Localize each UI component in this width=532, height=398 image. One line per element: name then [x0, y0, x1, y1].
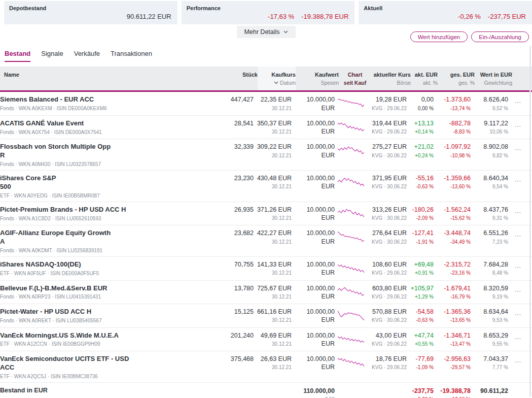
instrument-details: ETF · WKN A0F5UF · ISIN DE000A0F5UF5 [0, 271, 225, 276]
instrument-name[interactable]: iShares NASDAQ-100(DE) [0, 260, 178, 269]
row-menu-button[interactable]: ⋯ [508, 284, 528, 295]
kurs-quelle-datum: KVG · 30.06.22 [367, 153, 407, 158]
wert-in-eur-value: 8.320,59 [471, 284, 508, 292]
kaufkurs-value: 26,63 EUR [254, 355, 292, 363]
row-menu-button[interactable]: ⋯ [508, 331, 528, 342]
instrument-name[interactable]: Pictet-Water - HP USD ACC H [0, 308, 178, 316]
table-row[interactable]: iShares Core S&P 500 ETF · WKN A0YEDG · … [0, 171, 532, 202]
akt-pct-value: 0,00 % [407, 106, 434, 111]
aktueller-kurs-value: 276,64 EUR [367, 229, 407, 237]
stueck-value: 201,240 [225, 331, 254, 340]
deposit-withdraw-button[interactable]: Ein-/Auszahlung [471, 31, 529, 42]
kaufkurs-value: 141,33 EUR [254, 260, 292, 269]
sparkline-chart [335, 331, 367, 346]
instrument-name[interactable]: VanEck Morningst.US S.Wide M.U.E.A [0, 331, 178, 340]
ges-pct-value: -15,62 % [434, 215, 471, 221]
akt-pct-value: -1,91 % [407, 239, 434, 245]
table-row[interactable]: Pictet-Premium Brands - HP USD ACC H Fon… [0, 202, 532, 226]
kauf-datum: 30.12.21 [254, 106, 292, 111]
kauf-datum: 30.12.21 [254, 364, 292, 370]
aktueller-kurs-value: 18,76 EUR [367, 355, 407, 363]
sparkline-chart [335, 355, 367, 369]
column-header-kaufwert[interactable]: KaufwertSpesen [296, 67, 339, 90]
akt-eur-value: +47,74 [407, 331, 434, 340]
instrument-name[interactable]: Pictet-Premium Brands - HP USD ACC H [0, 206, 178, 214]
tab-bestand[interactable]: Bestand [5, 50, 30, 62]
performance-pct: -17,63 % [268, 13, 294, 20]
column-header-name[interactable]: Name [4, 67, 229, 90]
column-header-akt-eur[interactable]: akt. EURakt. % [411, 67, 438, 90]
table-row[interactable]: Pictet-Water - HP USD ACC H Fonds · WKN … [0, 304, 532, 328]
instrument-name-line2[interactable]: 500 [0, 183, 178, 191]
gewichtung-value: 9,82 % [471, 153, 508, 158]
akt-eur-value: -55,16 [407, 174, 434, 182]
row-menu-button[interactable]: ⋯ [508, 119, 528, 130]
instrument-name[interactable]: ACATIS GANÉ Value Event [0, 119, 178, 128]
column-header-ges-eur[interactable]: ges. EURges. % [438, 67, 475, 90]
aktuell-value: -237,75 EUR [488, 13, 526, 20]
akt-pct-value: -0,63 % [407, 184, 434, 189]
row-menu-button[interactable]: ⋯ [508, 174, 528, 185]
kurs-quelle-datum: KVG · 29.06.22 [367, 294, 407, 300]
gewichtung-value: 9,53 % [471, 317, 508, 323]
row-menu-button[interactable]: ⋯ [508, 308, 528, 318]
table-row[interactable]: Flossbach von Storch Multiple Opp R Fond… [0, 139, 532, 171]
tab-verkaeufe[interactable]: Verkäufe [74, 50, 100, 62]
wert-in-eur-value: 8.653,29 [471, 331, 508, 340]
instrument-name[interactable]: iShares Core S&P [0, 174, 178, 183]
instrument-name[interactable]: AGIF-Allianz Europe Equity Growth [0, 229, 178, 238]
instrument-name[interactable]: VanEck Semiconductor UCITS ETF - USD [0, 355, 178, 363]
column-header-kaufkurs[interactable]: Kaufkurs Datum [258, 67, 296, 90]
akt-pct-value: +0,55 % [407, 341, 434, 347]
depotbestand-card: Depotbestand 90.611,22 EUR [4, 1, 178, 24]
akt-eur-value: +13,13 [407, 119, 434, 127]
ges-pct-value: -8,83 % [434, 129, 471, 135]
table-row[interactable]: Siemens Balanced - EUR ACC Fonds · WKN A… [0, 92, 532, 116]
kaufwert-value: 10.000,00 EUR [292, 143, 335, 159]
kaufwert-value: 10.000,00 EUR [292, 174, 335, 191]
more-details-button[interactable]: Mehr Details [236, 26, 295, 38]
column-header-wert-in-eur[interactable]: Wert in EURGewichtung [475, 67, 512, 90]
instrument-name[interactable]: Bellevue F.(L)-B.Med.&Serv.B EUR [0, 284, 178, 293]
table-row[interactable]: iShares NASDAQ-100(DE) ETF · WKN A0F5UF … [0, 257, 532, 281]
row-menu-button[interactable]: ⋯ [508, 229, 528, 240]
instrument-name-line2[interactable]: R [0, 151, 178, 160]
table-row[interactable]: AGIF-Allianz Europe Equity Growth A Fond… [0, 225, 532, 257]
table-row[interactable]: VanEck Semiconductor UCITS ETF - USD ACC… [0, 351, 532, 383]
table-row[interactable]: VanEck Morningst.US S.Wide M.U.E.A ETF ·… [0, 328, 532, 352]
tab-signale[interactable]: Signale [41, 50, 63, 62]
gewichtung-value: 10,06 % [471, 129, 508, 135]
ges-pct-value: -29,57 % [434, 364, 471, 370]
add-value-button[interactable]: Wert hinzufügen [410, 31, 468, 42]
aktuell-card: Aktuell -0,26 % -237,75 EUR [359, 1, 532, 24]
row-menu-button[interactable]: ⋯ [508, 260, 528, 271]
more-details-label: Mehr Details [244, 28, 279, 36]
stueck-value: 70,755 [225, 260, 254, 269]
aktuell-pct: -0,26 % [458, 13, 481, 20]
instrument-name-line2[interactable]: A [0, 238, 178, 246]
sparkline-chart [335, 143, 367, 157]
kaufwert-value: 10.000,00 EUR [292, 331, 335, 348]
scrollbar[interactable] [529, 46, 531, 397]
column-header-chart[interactable]: Chartseit Kauf [339, 67, 371, 90]
instrument-details: Fonds · WKN A0REKT · ISIN LU0385405567 [0, 318, 225, 323]
kaufkurs-value: 371,26 EUR [254, 206, 292, 214]
aktueller-kurs-value: 108,60 EUR [367, 260, 407, 269]
tab-transaktionen[interactable]: Transaktionen [111, 50, 152, 62]
wert-in-eur-value: 7.043,37 [471, 355, 508, 363]
ges-eur-value: -1.679,41 [434, 284, 471, 292]
table-row[interactable]: Bellevue F.(L)-B.Med.&Serv.B EUR Fonds ·… [0, 281, 532, 305]
instrument-name-line2[interactable]: ACC [0, 363, 178, 372]
row-menu-button[interactable]: ⋯ [508, 355, 528, 366]
row-menu-button[interactable]: ⋯ [508, 143, 528, 153]
column-header-aktueller-kurs[interactable]: aktueller KursBörse [371, 67, 411, 90]
kaufwert-value: 10.000,00 EUR [292, 95, 335, 112]
holdings-list: Siemens Balanced - EUR ACC Fonds · WKN A… [0, 92, 532, 383]
instrument-name[interactable]: Flossbach von Storch Multiple Opp [0, 143, 178, 151]
column-header-stueck[interactable]: Stück [229, 67, 258, 90]
aktueller-kurs-value: 19,28 EUR [367, 95, 407, 104]
table-row[interactable]: ACATIS GANÉ Value Event Fonds · WKN A0X7… [0, 116, 532, 140]
instrument-name[interactable]: Siemens Balanced - EUR ACC [0, 95, 178, 104]
row-menu-button[interactable]: ⋯ [508, 206, 528, 216]
row-menu-button[interactable]: ⋯ [508, 95, 528, 106]
